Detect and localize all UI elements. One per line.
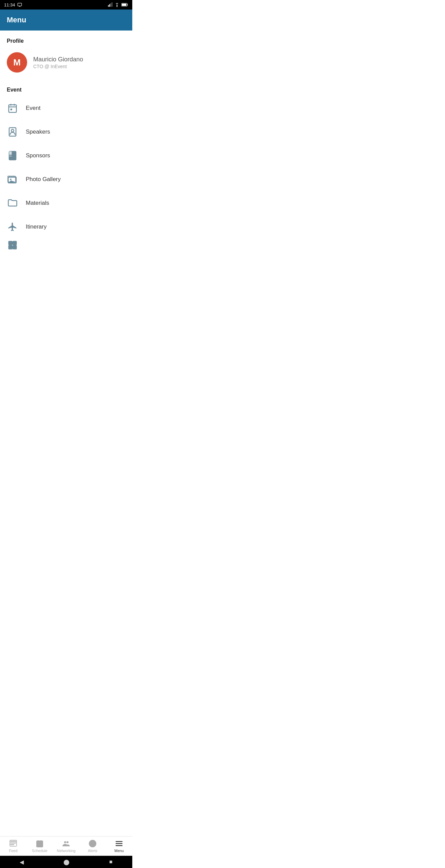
svg-point-7 — [117, 6, 118, 7]
svg-rect-19 — [9, 156, 12, 157]
time-display: 11:34 — [4, 2, 15, 7]
header-title: Menu — [7, 16, 26, 24]
photo-gallery-icon — [7, 174, 18, 185]
profile-section-label: Profile — [0, 31, 132, 47]
profile-row[interactable]: M Mauricio Giordano CTO @ InEvent — [0, 47, 132, 79]
menu-item-sponsors[interactable]: Sponsors — [0, 144, 132, 167]
speakers-label: Speakers — [26, 129, 50, 135]
sponsors-label: Sponsors — [26, 152, 50, 159]
svg-rect-24 — [9, 241, 12, 245]
profile-info: Mauricio Giordano CTO @ InEvent — [33, 56, 83, 69]
svg-rect-4 — [109, 4, 110, 7]
calendar-icon — [7, 102, 18, 114]
profile-name: Mauricio Giordano — [33, 56, 83, 63]
svg-rect-0 — [18, 3, 22, 6]
svg-point-23 — [10, 179, 12, 180]
battery-icon — [121, 3, 128, 7]
svg-rect-18 — [9, 152, 12, 155]
itinerary-label: Itinerary — [26, 223, 46, 230]
screen-icon — [17, 2, 22, 7]
speaker-icon — [7, 126, 18, 138]
menu-item-speakers[interactable]: Speakers — [0, 120, 132, 144]
svg-rect-27 — [13, 245, 16, 249]
folder-icon — [7, 197, 18, 209]
signal-icon — [108, 2, 113, 7]
partial-icon — [7, 239, 18, 251]
menu-item-materials[interactable]: Materials — [0, 191, 132, 215]
menu-item-itinerary[interactable]: Itinerary — [0, 215, 132, 239]
status-left: 11:34 — [4, 2, 22, 7]
materials-label: Materials — [26, 200, 49, 206]
status-right — [108, 2, 128, 7]
menu-item-event[interactable]: Event — [0, 96, 132, 120]
menu-item-partial — [0, 239, 132, 252]
svg-rect-9 — [122, 4, 127, 6]
status-bar: 11:34 — [0, 0, 132, 9]
photo-gallery-label: Photo Gallery — [26, 176, 61, 183]
svg-point-16 — [11, 130, 14, 132]
svg-rect-3 — [108, 5, 109, 7]
svg-rect-6 — [112, 2, 112, 7]
svg-rect-14 — [11, 108, 12, 110]
menu-content: Profile M Mauricio Giordano CTO @ InEven… — [0, 31, 132, 279]
event-label: Event — [26, 105, 40, 112]
svg-rect-10 — [9, 105, 17, 113]
wifi-icon — [114, 2, 120, 7]
svg-rect-26 — [9, 245, 12, 249]
svg-rect-25 — [13, 241, 16, 245]
avatar: M — [7, 52, 27, 73]
profile-role: CTO @ InEvent — [33, 64, 83, 69]
airplane-icon — [7, 221, 18, 233]
svg-rect-5 — [111, 3, 111, 6]
app-header: Menu — [0, 9, 132, 31]
sponsor-icon — [7, 150, 18, 161]
menu-item-photo-gallery[interactable]: Photo Gallery — [0, 167, 132, 191]
event-section-label: Event — [0, 79, 132, 96]
